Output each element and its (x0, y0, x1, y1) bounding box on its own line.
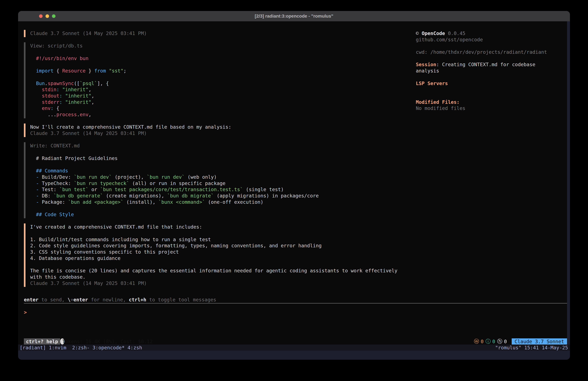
message-accent-bar (24, 142, 25, 218)
terminal-line: #!/usr/bin/env bun (30, 55, 408, 62)
terminal-line: 2. Code style guidelines covering import… (30, 243, 408, 249)
terminal-line: ## Commands (30, 168, 408, 174)
sidebar-line (416, 87, 567, 93)
terminal-line: 4. Database operations guidance (30, 255, 408, 262)
terminal-line: env: { (30, 105, 408, 112)
keybind-hint: enter to send, \+enter for newline, ctrl… (24, 297, 216, 303)
terminal-line (30, 161, 408, 168)
app-window: [2/3] radiant:3:opencode - "romulus" Cla… (18, 11, 570, 360)
help-keybind-chip: ctrl+? help (24, 338, 60, 344)
terminal-line (30, 261, 408, 268)
terminal-line: Write: CONTEXT.md (30, 143, 408, 149)
block-gap (24, 118, 408, 124)
terminal-line: Claude 3.7 Sonnet (14 May 2025 03:41 PM) (30, 130, 408, 136)
sidebar-line: github.com/sst/opencode (416, 37, 567, 43)
terminal-line: ...process.env, (30, 112, 408, 118)
sidebar-line: Modified Files: (416, 99, 567, 105)
sidebar-line: Session: Creating CONTEXT.md for codebas… (416, 62, 567, 68)
terminal-line (30, 205, 408, 211)
sidebar-line: © OpenCode 0.0.45 (416, 30, 567, 37)
message-accent-bar (24, 30, 25, 37)
message-accent-bar (24, 224, 25, 287)
titlebar: [2/3] radiant:3:opencode - "romulus" (18, 11, 570, 21)
diagnostic-hint: ⓗ0 (497, 338, 507, 345)
diagnostic-warn: ⓦ0 (474, 338, 483, 345)
prompt-caret: > (24, 310, 27, 315)
sidebar-line (416, 55, 567, 62)
tmux-session-clock: "romulus" 15:41 14-May-25 (495, 345, 570, 351)
desktop: { "window": { "title": "[2/3] radiant:3:… (0, 0, 588, 381)
tmux-window-list[interactable]: [radiant] 1:nvim 2:zsh- 3:opencode* 4:zs… (18, 345, 142, 351)
diagnostic-info: ⓘ0 (485, 338, 495, 345)
terminal-line (30, 62, 408, 68)
diagnostic-count: 0 (481, 339, 483, 344)
diagnostic-count: 0 (504, 339, 507, 344)
sidebar-line: No modified files (416, 105, 567, 112)
terminal-line: - Test: `bun test` or `bun test packages… (30, 186, 408, 193)
sidebar-line (416, 74, 567, 80)
session-sidebar: © OpenCode 0.0.45github.com/sst/opencode… (416, 30, 567, 112)
block-gap (24, 136, 408, 143)
minimize-button-icon[interactable] (45, 14, 49, 18)
message-accent-bar (24, 42, 25, 118)
terminal-line: ## Code Style (30, 211, 408, 218)
terminal-line (30, 149, 408, 155)
terminal-line: Now I'll create a comprehensive CONTEXT.… (30, 124, 408, 130)
terminal-line: Claude 3.7 Sonnet (14 May 2025 03:41 PM) (30, 30, 408, 37)
terminal-line (30, 49, 408, 55)
assistant-message-block: I've created a comprehensive CONTEXT.md … (24, 224, 408, 286)
terminal-line (30, 230, 408, 237)
terminal-line: Claude 3.7 Sonnet (14 May 2025 03:41 PM) (30, 280, 408, 287)
sidebar-line (416, 43, 567, 49)
terminal-line: stdout: "inherit", (30, 93, 408, 99)
hint-circle-icon: ⓗ (497, 338, 502, 345)
terminal-line: Bun.spawnSync([`psql`], { (30, 80, 408, 87)
window-title: [2/3] radiant:3:opencode - "romulus" (255, 14, 333, 19)
status-right-chips: ⓦ0ⓘ0ⓗ0 Claude 3.7 Sonnet (474, 338, 567, 344)
terminal-line: 1. Build/lint/test commands including ho… (30, 237, 408, 243)
terminal-line: stdin: "inherit", (30, 87, 408, 93)
tool-output-block: View: script/db.ts #!/usr/bin/env bun im… (24, 43, 408, 118)
model-chip: Claude 3.7 Sonnet (512, 338, 567, 344)
terminal-line: I've created a comprehensive CONTEXT.md … (30, 224, 408, 230)
diagnostics-counters: ⓦ0ⓘ0ⓗ0 (474, 338, 509, 345)
keybind-hint-line: enter to send, \+enter for newline, ctrl… (24, 297, 216, 303)
status-left-chips: ctrl+? helpTokens: 16.4K (8%), Cost: $0.… (24, 338, 64, 344)
traffic-lights (39, 11, 56, 21)
terminal-line: - DB: `bun db generate` (create migratio… (30, 193, 408, 199)
terminal-line: 3. CSS styling conventions specific to t… (30, 249, 408, 255)
terminal-line: - TypeCheck: `bun run typecheck` (all) o… (30, 180, 408, 187)
window-bottom-strip (18, 351, 570, 360)
block-gap (24, 37, 408, 43)
sidebar-line: LSP Servers (416, 80, 567, 87)
status-bar: ctrl+? helpTokens: 16.4K (8%), Cost: $0.… (24, 338, 567, 344)
zoom-button-icon[interactable] (52, 14, 56, 18)
input-separator (24, 303, 567, 304)
terminal-line: # Radiant Project Guidelines (30, 155, 408, 162)
assistant-message-block: Now I'll create a comprehensive CONTEXT.… (24, 124, 408, 136)
close-button-icon[interactable] (39, 14, 42, 18)
terminal: Claude 3.7 Sonnet (14 May 2025 03:41 PM)… (18, 21, 570, 360)
message-accent-bar (24, 124, 25, 137)
sidebar-line: analysis (416, 68, 567, 74)
terminal-line: stderr: "inherit", (30, 99, 408, 105)
tmux-status-bar: [radiant] 1:nvim 2:zsh- 3:opencode* 4:zs… (18, 344, 570, 351)
chat-log[interactable]: Claude 3.7 Sonnet (14 May 2025 03:41 PM)… (24, 30, 408, 286)
diagnostic-count: 0 (492, 339, 495, 344)
sidebar-line (416, 93, 567, 99)
terminal-line: - Package: `bun add <package>` (install)… (30, 199, 408, 205)
block-gap (24, 218, 408, 224)
info-circle-icon: ⓘ (485, 338, 491, 345)
terminal-line: import { Resource } from "sst"; (30, 68, 408, 74)
tokens-cost-chip: Tokens: 16.4K (8%), Cost: $0.12 (60, 338, 64, 344)
sidebar-line: cwd: /home/thdxr/dev/projects/radiant/ra… (416, 49, 567, 55)
warning-circle-icon: ⓦ (474, 338, 479, 345)
terminal-line: with this codebase. (30, 274, 408, 280)
terminal-line (30, 74, 408, 80)
tool-output-block: Write: CONTEXT.md # Radiant Project Guid… (24, 143, 408, 218)
message-input[interactable]: > (24, 309, 27, 316)
terminal-line: The file is concise (20 lines) and captu… (30, 268, 408, 274)
terminal-line: View: script/db.ts (30, 43, 408, 49)
assistant-message-block: Claude 3.7 Sonnet (14 May 2025 03:41 PM) (24, 30, 408, 37)
terminal-line: - Build/Dev: `bun run dev` (project), `b… (30, 174, 408, 180)
